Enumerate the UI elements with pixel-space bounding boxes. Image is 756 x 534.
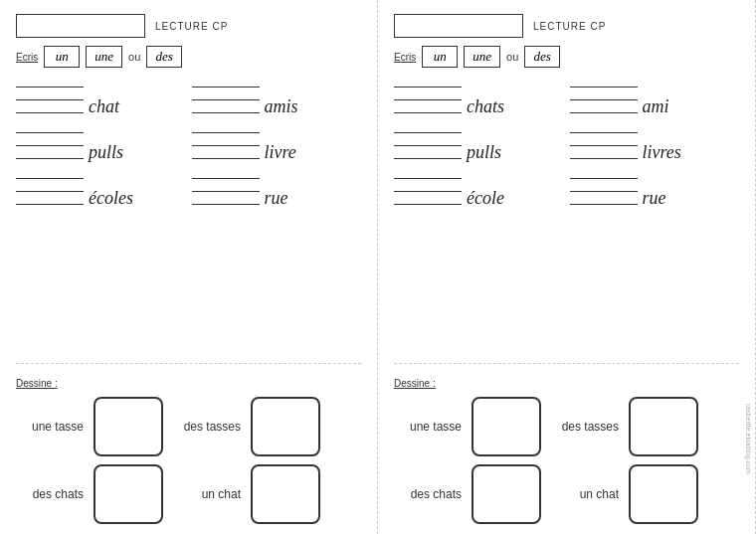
right-word-item-ecole: école — [394, 169, 564, 207]
left-word-row-1: chat amis — [16, 78, 361, 115]
left-line — [16, 123, 84, 133]
right-line — [394, 169, 462, 179]
right-word-item-chats: chats — [394, 78, 564, 115]
left-word-chat: chat — [89, 97, 119, 115]
left-dessine-row-1: une tasse des tasses — [16, 397, 361, 456]
left-dessine-box-un-chat — [251, 464, 320, 524]
right-lines-livres — [570, 123, 638, 161]
left-line — [192, 195, 260, 205]
left-title: LECTURE CP — [155, 21, 228, 32]
right-line — [394, 90, 462, 100]
left-line — [16, 169, 84, 179]
left-header: LECTURE CP — [16, 14, 361, 38]
left-words: chat amis — [16, 78, 361, 355]
right-dessine-row-2: des chats un chat — [394, 464, 739, 524]
left-dessine-label: Dessine : — [16, 378, 361, 389]
left-word-row-2: pulls livre — [16, 123, 361, 161]
right-word-row-2: pulls livres — [394, 123, 739, 161]
left-lines-ecoles — [16, 169, 84, 207]
right-line — [570, 195, 638, 205]
right-ecris-row: Ecris un une ou des — [394, 46, 739, 68]
right-line — [570, 136, 638, 146]
right-panel: LECTURE CP Ecris un une ou des chats — [378, 0, 756, 534]
right-word-pulls: pulls — [467, 143, 501, 161]
left-dessine-box-une-tasse — [94, 397, 163, 456]
left-dessine-box-des-tasses — [251, 397, 320, 456]
left-line — [192, 78, 260, 88]
right-line — [570, 149, 638, 159]
right-dessine-box-un-chat — [629, 464, 698, 524]
right-line — [394, 149, 462, 159]
right-word-ami: ami — [643, 97, 669, 115]
right-line — [394, 123, 462, 133]
right-ecris-une: une — [464, 46, 500, 68]
right-ecris-ou: ou — [506, 51, 518, 63]
right-title: LECTURE CP — [533, 21, 606, 32]
left-word-row-3: écoles rue — [16, 169, 361, 207]
left-word-item-chat: chat — [16, 78, 186, 115]
left-word-item-ecoles: écoles — [16, 169, 186, 207]
right-dessine: Dessine : une tasse des tasses des chats… — [394, 378, 739, 524]
left-dessine-text-des-chats: des chats — [16, 487, 84, 501]
left-word-ecoles: écoles — [89, 189, 133, 207]
right-header: LECTURE CP — [394, 14, 739, 38]
right-word-livres: livres — [643, 143, 681, 161]
right-dessine-text-un-chat: un chat — [551, 487, 619, 501]
left-word-rue: rue — [265, 189, 288, 207]
left-line — [16, 103, 84, 113]
left-ecris-une: une — [86, 46, 122, 68]
left-lines-amis — [192, 78, 260, 115]
left-line — [16, 90, 84, 100]
right-word-chats: chats — [467, 97, 504, 115]
right-lines-chats — [394, 78, 462, 115]
left-dessine-text-une-tasse: une tasse — [16, 420, 84, 434]
right-word-item-livres: livres — [570, 123, 740, 161]
left-word-amis: amis — [265, 97, 298, 115]
left-line — [192, 182, 260, 192]
right-dessine-box-une-tasse — [472, 397, 541, 456]
left-dessine-text-un-chat: un chat — [173, 487, 241, 501]
left-header-input[interactable] — [16, 14, 145, 38]
left-word-item-pulls: pulls — [16, 123, 186, 161]
left-line — [16, 78, 84, 88]
left-lines-rue — [192, 169, 260, 207]
left-word-livre: livre — [265, 143, 296, 161]
left-lines-pulls — [16, 123, 84, 161]
right-header-input[interactable] — [394, 14, 523, 38]
right-dessine-label: Dessine : — [394, 378, 739, 389]
right-dessine-row-1: une tasse des tasses — [394, 397, 739, 456]
right-line — [394, 182, 462, 192]
right-word-item-ami: ami — [570, 78, 740, 115]
right-dessine-text-des-tasses: des tasses — [551, 420, 619, 434]
right-word-ecole: école — [467, 189, 504, 207]
right-lines-ecole — [394, 169, 462, 207]
right-word-item-pulls: pulls — [394, 123, 564, 161]
right-lines-pulls — [394, 123, 462, 161]
left-line — [192, 136, 260, 146]
right-divider — [394, 363, 739, 364]
left-line — [16, 149, 84, 159]
left-line — [16, 182, 84, 192]
right-line — [570, 169, 638, 179]
right-line — [570, 123, 638, 133]
right-lines-ami — [570, 78, 638, 115]
left-ecris-des: des — [146, 46, 182, 68]
right-ecris-des: des — [524, 46, 560, 68]
left-ecris-un: un — [44, 46, 80, 68]
right-word-row-1: chats ami — [394, 78, 739, 115]
left-word-item-amis: amis — [192, 78, 362, 115]
right-line — [570, 182, 638, 192]
right-line — [570, 78, 638, 88]
left-dessine-row-2: des chats un chat — [16, 464, 361, 524]
left-lines-chat — [16, 78, 84, 115]
left-dessine-text-des-tasses: des tasses — [173, 420, 241, 434]
right-line — [394, 195, 462, 205]
left-word-item-livre: livre — [192, 123, 362, 161]
left-ecris-ou: ou — [128, 51, 140, 63]
right-dessine-text-une-tasse: une tasse — [394, 420, 462, 434]
right-lines-rue — [570, 169, 638, 207]
right-line — [570, 90, 638, 100]
left-line — [16, 195, 84, 205]
right-line — [394, 136, 462, 146]
left-lines-livre — [192, 123, 260, 161]
